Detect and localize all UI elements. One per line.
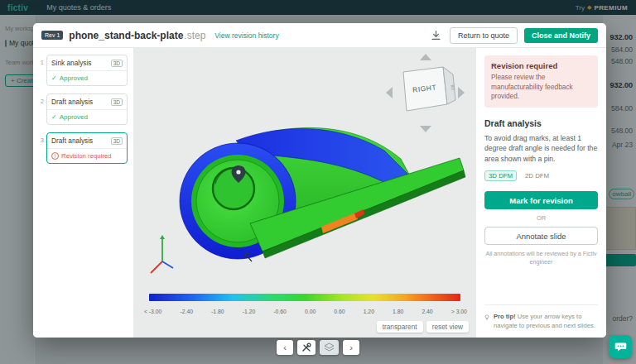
transparent-button[interactable]: transparent — [377, 321, 423, 333]
pro-tip: Pro tip! Use your arrow keys to navigate… — [484, 304, 598, 330]
next-slide-button[interactable]: › — [343, 340, 359, 355]
close-and-notify-button[interactable]: Close and Notify — [524, 28, 598, 43]
file-extension: .step — [184, 30, 205, 41]
tools-icon — [301, 342, 311, 352]
3d-badge: 3D — [111, 98, 123, 106]
revision-required-alert: Revision required Please review the manu… — [484, 55, 598, 108]
step-card-draft-analysis-selected[interactable]: Draft analysis 3D ! Revision required — [46, 132, 128, 164]
rotate-up-arrow[interactable] — [420, 54, 431, 60]
draft-analysis-heading: Draft analysis — [484, 118, 598, 128]
download-icon[interactable] — [430, 29, 443, 42]
slide-navigation: ‹ › — [277, 340, 359, 355]
feedback-panel: Revision required Please review the manu… — [475, 48, 606, 338]
step-card-sink-analysis[interactable]: Sink analysis 3D ✓ Approved — [46, 55, 128, 86]
warning-icon: ! — [51, 152, 59, 160]
step-item: 1 Sink analysis 3D ✓ Approved — [37, 55, 128, 86]
scale-labels: < -3.00 -2.40 -1.80 -1.20 -0.60 0.00 0.6… — [144, 309, 467, 314]
modal-header: Rev 1 phone_stand-back-plate.step View r… — [33, 23, 606, 48]
slides-view-button[interactable] — [320, 340, 339, 355]
reset-view-button[interactable]: reset view — [426, 321, 469, 333]
pro-tip-bold: Pro tip! — [494, 313, 516, 320]
axis-triad — [151, 235, 173, 273]
draft-analysis-description: To avoid drag marks, at least 1 degree d… — [484, 133, 598, 164]
tag-3d-dfm[interactable]: 3D DFM — [484, 170, 517, 181]
dfm-review-modal: Rev 1 phone_stand-back-plate.step View r… — [33, 23, 606, 338]
3d-badge: 3D — [111, 60, 123, 67]
annotate-slide-button[interactable]: Annotate slide — [484, 227, 598, 245]
chat-icon — [614, 341, 627, 352]
mark-for-revision-button[interactable]: Mark for revision — [484, 191, 598, 209]
lightbulb-icon — [484, 312, 489, 323]
tag-2d-dfm[interactable]: 2D DFM — [521, 170, 553, 181]
check-icon: ✓ — [51, 74, 57, 82]
annotate-note: All annotations will be reviewed by a Fi… — [484, 250, 598, 266]
view-revision-history-link[interactable]: View revision history — [214, 31, 278, 40]
step-item: 2 Draft analysis 3D ✓ Approved — [37, 93, 128, 125]
return-to-quote-button[interactable]: Return to quote — [450, 27, 518, 44]
analysis-steps-list: 1 Sink analysis 3D ✓ Approved 2 Draf — [33, 48, 134, 338]
step-card-draft-analysis[interactable]: Draft analysis 3D ✓ Approved — [46, 93, 128, 125]
3d-badge: 3D — [111, 137, 123, 145]
model-viewport[interactable]: RIGHT BO < -3.00 -2.40 -1.80 -1.20 -0.60… — [134, 48, 475, 338]
status-approved: Approved — [60, 74, 88, 82]
chat-launcher-button[interactable] — [609, 335, 632, 358]
rotate-left-arrow[interactable] — [386, 87, 393, 98]
dfm-toggle: 3D DFM 2D DFM — [484, 170, 598, 181]
layers-icon — [324, 342, 335, 352]
revision-badge: Rev 1 — [41, 31, 63, 40]
or-divider: OR — [484, 214, 598, 222]
rotate-right-arrow[interactable] — [458, 87, 465, 98]
status-revision-required: Revision required — [61, 152, 112, 160]
previous-slide-button[interactable]: ‹ — [277, 340, 293, 355]
draft-color-scale — [149, 294, 460, 301]
tools-view-button[interactable] — [297, 340, 316, 355]
file-name: phone_stand-back-plate — [69, 30, 183, 41]
orientation-cube-widget: RIGHT BO — [378, 50, 471, 137]
check-icon: ✓ — [51, 113, 57, 121]
rotate-down-arrow[interactable] — [420, 126, 431, 132]
cube-side-label: BO — [450, 84, 455, 91]
step-item: 3 Draft analysis 3D ! Revision required — [37, 132, 128, 164]
status-approved: Approved — [60, 113, 88, 121]
